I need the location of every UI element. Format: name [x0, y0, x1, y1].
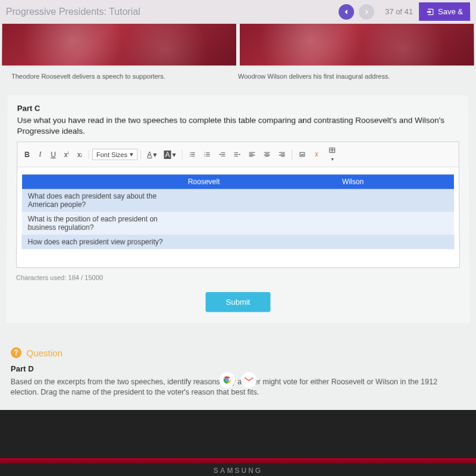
character-count: Characters used: 184 / 15000	[16, 274, 460, 281]
underline-button[interactable]: U	[47, 149, 59, 161]
bullet-list-button[interactable]	[186, 149, 199, 160]
wilson-image	[240, 24, 474, 65]
bold-button[interactable]: B	[21, 149, 33, 161]
save-button[interactable]: Save &	[419, 2, 470, 21]
exit-icon	[426, 7, 434, 15]
chrome-icon[interactable]	[220, 372, 235, 389]
italic-button[interactable]: I	[34, 148, 46, 161]
indent-button[interactable]	[230, 149, 244, 160]
image-row	[0, 24, 476, 65]
part-c-label: Part C	[17, 104, 459, 112]
table-row[interactable]: What does each president say about the A…	[22, 189, 454, 212]
svg-point-3	[226, 379, 228, 381]
chevron-down-icon: ▾	[130, 151, 133, 158]
caption-right: Woodrow Wilson delivers his first inaugu…	[238, 73, 465, 80]
part-c-card: Part C Use what you have read in the two…	[6, 95, 469, 323]
table-row[interactable]: How does each president view prosperity?	[21, 235, 454, 249]
submit-button[interactable]: Submit	[205, 292, 270, 312]
align-center-button[interactable]	[260, 149, 274, 160]
equation-button[interactable]	[311, 149, 324, 160]
editor-content[interactable]: Roosevelt Wilson What does each presiden…	[17, 168, 459, 268]
gmail-icon[interactable]	[241, 372, 256, 389]
question-icon: ?	[11, 347, 21, 358]
header-roosevelt: Roosevelt	[182, 175, 336, 189]
highlight-color-button[interactable]: A▾	[161, 149, 178, 161]
outdent-button[interactable]	[215, 149, 229, 160]
top-bar: Progressive Presidents: Tutorial 37 of 4…	[0, 0, 476, 24]
laptop-brand: SAMSUNG	[0, 466, 476, 475]
part-c-prompt: Use what you have read in the two speech…	[17, 115, 459, 137]
text-color-button[interactable]: A▾	[144, 149, 159, 161]
table-button[interactable]: ▾	[325, 145, 339, 164]
laptop-hinge	[0, 458, 476, 464]
align-right-button[interactable]	[275, 149, 289, 160]
number-list-button[interactable]	[201, 149, 214, 160]
superscript-button[interactable]: xⁱ	[61, 149, 73, 161]
subscript-button[interactable]: xᵢ	[74, 149, 86, 161]
editor-toolbar: B I U xⁱ xᵢ Font Sizes ▾ A▾ A▾	[17, 142, 459, 167]
image-button[interactable]	[295, 149, 309, 160]
roosevelt-image	[2, 24, 236, 65]
header-wilson: Wilson	[336, 175, 454, 189]
question-title: Question	[26, 347, 62, 358]
next-button[interactable]	[359, 4, 374, 19]
align-left-button[interactable]	[245, 149, 259, 160]
prev-button[interactable]	[339, 4, 354, 19]
table-header-row: Roosevelt Wilson	[22, 175, 454, 189]
page-counter: 37 of 41	[385, 7, 413, 16]
image-captions: Theodore Roosevelt delivers a speech to …	[0, 65, 476, 92]
question-section: ? Question Part D Based on the excerpts …	[11, 340, 466, 398]
caption-left: Theodore Roosevelt delivers a speech to …	[11, 73, 238, 80]
rich-text-editor: B I U xⁱ xᵢ Font Sizes ▾ A▾ A▾	[16, 142, 460, 268]
taskbar	[0, 372, 476, 389]
page-title: Progressive Presidents: Tutorial	[6, 6, 339, 17]
header-blank	[22, 175, 182, 189]
table-row[interactable]: What is the position of each president o…	[22, 212, 455, 234]
font-size-select[interactable]: Font Sizes ▾	[92, 149, 137, 160]
comparison-table[interactable]: Roosevelt Wilson What does each presiden…	[21, 175, 454, 249]
